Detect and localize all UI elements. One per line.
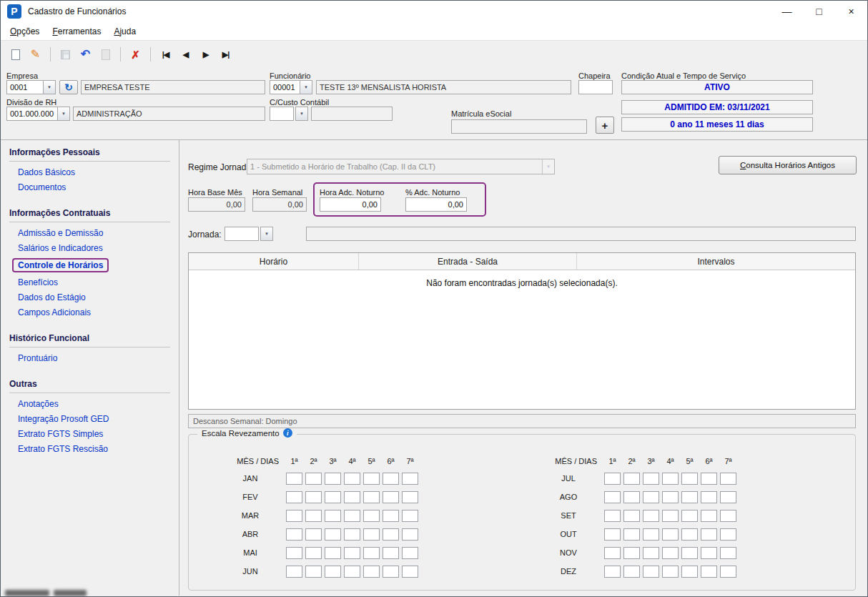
escala-cell[interactable] <box>325 528 341 541</box>
menu-opcoes[interactable]: Opções <box>4 24 46 39</box>
refresh-empresa-button[interactable]: ↻ <box>59 80 78 94</box>
escala-cell[interactable] <box>344 547 360 559</box>
edit-button[interactable]: ✎ <box>26 46 44 64</box>
escala-cell[interactable] <box>344 566 360 578</box>
sidebar-item-integracao-prosoft-ged[interactable]: Integração Prosoft GED <box>18 414 170 424</box>
escala-cell[interactable] <box>643 547 659 559</box>
escala-cell[interactable] <box>402 510 418 522</box>
divisao-rh-combo[interactable]: 001.000.000 ▼ <box>6 107 70 121</box>
escala-cell[interactable] <box>662 566 679 578</box>
menu-ajuda[interactable]: Ajuda <box>107 24 142 39</box>
hora-adc-noturno-field[interactable]: 0,00 <box>320 197 381 212</box>
escala-cell[interactable] <box>604 566 621 578</box>
maximize-button[interactable]: □ <box>803 1 835 22</box>
escala-cell[interactable] <box>286 547 302 559</box>
escala-cell[interactable] <box>701 528 717 541</box>
delete-button[interactable]: ✗ <box>127 46 144 64</box>
escala-cell[interactable] <box>604 491 621 503</box>
escala-cell[interactable] <box>305 528 322 541</box>
escala-cell[interactable] <box>402 547 418 559</box>
escala-cell[interactable] <box>681 566 698 578</box>
jornada-dropdown-button[interactable]: ▼ <box>260 227 273 241</box>
escala-cell[interactable] <box>604 547 621 559</box>
escala-cell[interactable] <box>383 473 399 485</box>
escala-cell[interactable] <box>662 491 679 503</box>
pct-adc-noturno-field[interactable]: 0,00 <box>405 197 467 212</box>
sidebar-item-dados-basicos[interactable]: Dados Básicos <box>18 167 170 177</box>
ccusto-dropdown-button[interactable]: ▼ <box>295 107 308 121</box>
sidebar-item-campos-adicionais[interactable]: Campos Adicionais <box>18 307 170 317</box>
escala-cell[interactable] <box>662 473 679 485</box>
escala-cell[interactable] <box>681 473 698 485</box>
sidebar-item-extrato-fgts-simples[interactable]: Extrato FGTS Simples <box>18 429 170 439</box>
escala-cell[interactable] <box>701 510 717 522</box>
new-record-button[interactable] <box>6 46 24 64</box>
escala-cell[interactable] <box>623 566 640 578</box>
escala-cell[interactable] <box>305 491 322 503</box>
nav-first-button[interactable]: |◀ <box>157 46 174 64</box>
escala-cell[interactable] <box>643 473 659 485</box>
escala-cell[interactable] <box>383 510 399 522</box>
escala-cell[interactable] <box>363 547 380 559</box>
escala-cell[interactable] <box>383 566 399 578</box>
escala-cell[interactable] <box>305 547 322 559</box>
escala-cell[interactable] <box>681 510 698 522</box>
escala-cell[interactable] <box>363 528 380 541</box>
chevron-down-icon[interactable]: ▼ <box>57 107 69 120</box>
escala-cell[interactable] <box>720 473 736 485</box>
sidebar-item-prontuario[interactable]: Prontuário <box>18 353 170 363</box>
sidebar-item-anotacoes[interactable]: Anotações <box>18 399 170 409</box>
escala-cell[interactable] <box>662 547 679 559</box>
escala-cell[interactable] <box>286 491 302 503</box>
sidebar-item-documentos[interactable]: Documentos <box>18 182 170 192</box>
escala-cell[interactable] <box>643 528 659 541</box>
ccusto-code-field[interactable] <box>270 107 294 121</box>
escala-cell[interactable] <box>286 528 302 541</box>
escala-cell[interactable] <box>344 491 360 503</box>
info-icon[interactable]: i <box>283 428 292 438</box>
escala-cell[interactable] <box>720 547 736 559</box>
escala-cell[interactable] <box>363 566 380 578</box>
chevron-down-icon[interactable]: ▼ <box>43 81 55 94</box>
escala-cell[interactable] <box>383 491 399 503</box>
escala-cell[interactable] <box>681 528 698 541</box>
escala-cell[interactable] <box>643 566 659 578</box>
escala-cell[interactable] <box>643 510 659 522</box>
chapeira-field[interactable] <box>578 80 613 94</box>
sidebar-item-beneficios[interactable]: Benefícios <box>18 277 170 287</box>
sidebar-item-salarios-e-indicadores[interactable]: Salários e Indicadores <box>18 243 170 253</box>
escala-cell[interactable] <box>383 547 399 559</box>
escala-cell[interactable] <box>383 528 399 541</box>
escala-cell[interactable] <box>720 528 736 541</box>
empresa-combo[interactable]: 0001 ▼ <box>6 80 56 94</box>
escala-cell[interactable] <box>604 510 621 522</box>
escala-cell[interactable] <box>701 491 717 503</box>
minimize-button[interactable]: — <box>771 1 803 22</box>
nav-last-button[interactable]: ▶| <box>217 46 235 64</box>
escala-cell[interactable] <box>681 547 698 559</box>
escala-cell[interactable] <box>623 547 640 559</box>
escala-cell[interactable] <box>305 566 322 578</box>
escala-cell[interactable] <box>363 491 380 503</box>
close-button[interactable]: × <box>835 1 867 22</box>
escala-cell[interactable] <box>305 510 322 522</box>
escala-cell[interactable] <box>363 473 380 485</box>
nav-prev-button[interactable]: ◀ <box>177 46 194 64</box>
escala-cell[interactable] <box>402 566 418 578</box>
escala-cell[interactable] <box>623 528 640 541</box>
jornada-code-field[interactable] <box>225 227 259 241</box>
sidebar-item-dados-do-estagio[interactable]: Dados do Estágio <box>18 292 170 302</box>
escala-cell[interactable] <box>662 528 679 541</box>
escala-cell[interactable] <box>662 510 679 522</box>
funcionario-combo[interactable]: 00001 ▼ <box>270 80 312 94</box>
escala-cell[interactable] <box>344 473 360 485</box>
add-matricula-button[interactable]: + <box>596 117 614 134</box>
escala-cell[interactable] <box>623 510 640 522</box>
escala-cell[interactable] <box>286 566 302 578</box>
escala-cell[interactable] <box>402 473 418 485</box>
escala-cell[interactable] <box>720 566 736 578</box>
escala-cell[interactable] <box>344 528 360 541</box>
escala-cell[interactable] <box>701 547 717 559</box>
escala-cell[interactable] <box>305 473 322 485</box>
escala-cell[interactable] <box>643 491 659 503</box>
